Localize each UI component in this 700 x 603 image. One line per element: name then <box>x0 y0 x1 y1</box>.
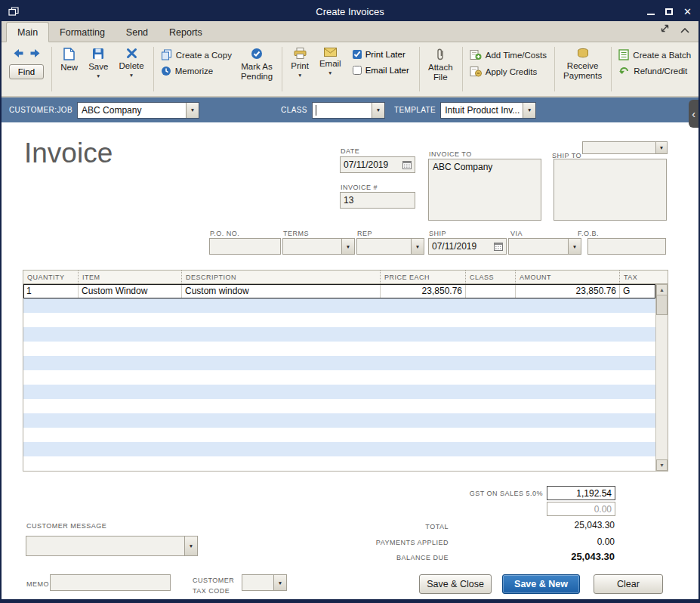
via-dropdown-icon[interactable]: ▼ <box>568 239 581 254</box>
rep-combobox[interactable]: ▼ <box>356 238 424 255</box>
ship-date-field[interactable]: 07/11/2019 <box>428 238 507 255</box>
close-button[interactable]: ✕ <box>683 7 692 17</box>
customer-job-dropdown-icon[interactable]: ▼ <box>186 103 199 118</box>
cell-amount[interactable] <box>515 442 619 456</box>
cell-quantity[interactable] <box>23 428 78 442</box>
cell-quantity[interactable] <box>23 385 78 399</box>
table-row[interactable]: 1Custom WindowCustom window23,850.7623,8… <box>23 284 655 298</box>
invoice-to-box[interactable]: ABC Company <box>428 159 541 221</box>
cell-tax[interactable]: G <box>619 284 655 298</box>
add-time-costs-button[interactable]: Add Time/Costs <box>470 49 547 60</box>
cell-price-each[interactable] <box>380 370 465 385</box>
cell-item[interactable] <box>78 298 181 313</box>
table-row[interactable] <box>23 342 655 356</box>
table-row[interactable] <box>23 456 655 471</box>
fob-field[interactable] <box>587 238 666 255</box>
cell-quantity[interactable] <box>23 342 78 356</box>
class-combobox[interactable]: ▼ <box>312 102 385 119</box>
cell-amount[interactable]: 23,850.76 <box>515 284 619 298</box>
cell-tax[interactable] <box>619 385 655 399</box>
cell-price-each[interactable] <box>380 356 465 370</box>
cell-amount[interactable] <box>515 399 619 413</box>
memorize-button[interactable]: Memorize <box>161 66 232 76</box>
forward-button[interactable] <box>30 47 40 60</box>
cell-item[interactable] <box>78 385 181 399</box>
scroll-up-icon[interactable]: ▲ <box>656 284 668 295</box>
cell-class[interactable] <box>465 356 515 370</box>
cell-class[interactable] <box>465 342 515 356</box>
cell-item[interactable] <box>78 456 181 471</box>
tab-main[interactable]: Main <box>6 22 49 42</box>
cell-tax[interactable] <box>619 342 655 356</box>
cell-class[interactable] <box>465 313 515 327</box>
cell-description[interactable] <box>181 313 380 327</box>
class-dropdown-icon[interactable]: ▼ <box>372 103 384 118</box>
cell-item[interactable] <box>78 327 181 342</box>
cell-item[interactable] <box>78 399 181 413</box>
cell-price-each[interactable] <box>380 442 465 456</box>
memo-input[interactable] <box>50 574 171 591</box>
cell-description[interactable] <box>181 413 380 428</box>
cell-class[interactable] <box>465 456 515 471</box>
cell-class[interactable] <box>465 284 515 298</box>
scrollbar-thumb[interactable] <box>656 295 668 315</box>
history-panel-toggle[interactable]: ‹ <box>689 100 698 128</box>
cell-quantity[interactable] <box>23 413 78 428</box>
cell-amount[interactable] <box>515 385 619 399</box>
create-copy-button[interactable]: Create a Copy <box>161 49 232 60</box>
cell-description[interactable] <box>181 298 380 313</box>
cell-item[interactable] <box>78 342 181 356</box>
cell-quantity[interactable] <box>23 456 78 471</box>
cell-amount[interactable] <box>515 456 619 471</box>
print-dropdown-icon[interactable]: ▼ <box>298 73 302 77</box>
cell-price-each[interactable] <box>380 385 465 399</box>
cell-description[interactable] <box>181 428 380 442</box>
cell-tax[interactable] <box>619 356 655 370</box>
delete-dropdown-icon[interactable]: ▼ <box>129 73 134 77</box>
cell-description[interactable] <box>181 356 380 370</box>
save-dropdown-icon[interactable]: ▼ <box>96 74 100 78</box>
cell-amount[interactable] <box>515 413 619 428</box>
create-batch-button[interactable]: Create a Batch <box>618 49 691 60</box>
cell-tax[interactable] <box>619 442 655 456</box>
cell-amount[interactable] <box>515 313 619 327</box>
cell-amount[interactable] <box>515 298 619 313</box>
cell-item[interactable] <box>78 428 181 442</box>
cell-class[interactable] <box>465 385 515 399</box>
cell-tax[interactable] <box>619 313 655 327</box>
cell-class[interactable] <box>465 413 515 428</box>
cell-tax[interactable] <box>619 370 655 385</box>
cell-amount[interactable] <box>515 327 619 342</box>
template-combobox[interactable]: Intuit Product Inv... ▼ <box>440 102 536 119</box>
cell-item[interactable] <box>78 370 181 385</box>
table-row[interactable] <box>23 356 655 370</box>
cell-amount[interactable] <box>515 370 619 385</box>
save-close-button[interactable]: Save & Close <box>419 574 492 594</box>
scroll-down-icon[interactable]: ▼ <box>656 459 668 471</box>
cell-price-each[interactable]: 23,850.76 <box>380 284 465 298</box>
po-no-field[interactable] <box>209 238 281 255</box>
maximize-button[interactable] <box>665 5 673 18</box>
table-row[interactable] <box>23 327 655 342</box>
cell-price-each[interactable] <box>380 413 465 428</box>
print-later-checkbox[interactable] <box>353 50 362 59</box>
attach-file-button[interactable]: Attach File <box>423 47 458 83</box>
cell-class[interactable] <box>465 298 515 313</box>
cell-amount[interactable] <box>515 342 619 356</box>
customer-message-dropdown-icon[interactable]: ▼ <box>184 537 197 555</box>
terms-combobox[interactable]: ▼ <box>282 238 355 255</box>
tab-formatting[interactable]: Formatting <box>49 23 116 42</box>
rep-dropdown-icon[interactable]: ▼ <box>411 239 424 254</box>
table-row[interactable] <box>23 298 655 313</box>
template-dropdown-icon[interactable]: ▼ <box>523 103 535 118</box>
secondary-tax-box[interactable]: 0.00 <box>547 502 615 516</box>
cell-description[interactable] <box>181 442 380 456</box>
find-button[interactable]: Find <box>9 64 44 79</box>
apply-credits-button[interactable]: Apply Credits <box>470 66 547 77</box>
cell-class[interactable] <box>465 428 515 442</box>
cell-class[interactable] <box>465 399 515 413</box>
calendar-icon[interactable] <box>402 160 412 169</box>
cell-class[interactable] <box>465 442 515 456</box>
cell-quantity[interactable] <box>23 442 78 456</box>
refund-credit-button[interactable]: Refund/Credit <box>618 66 691 76</box>
